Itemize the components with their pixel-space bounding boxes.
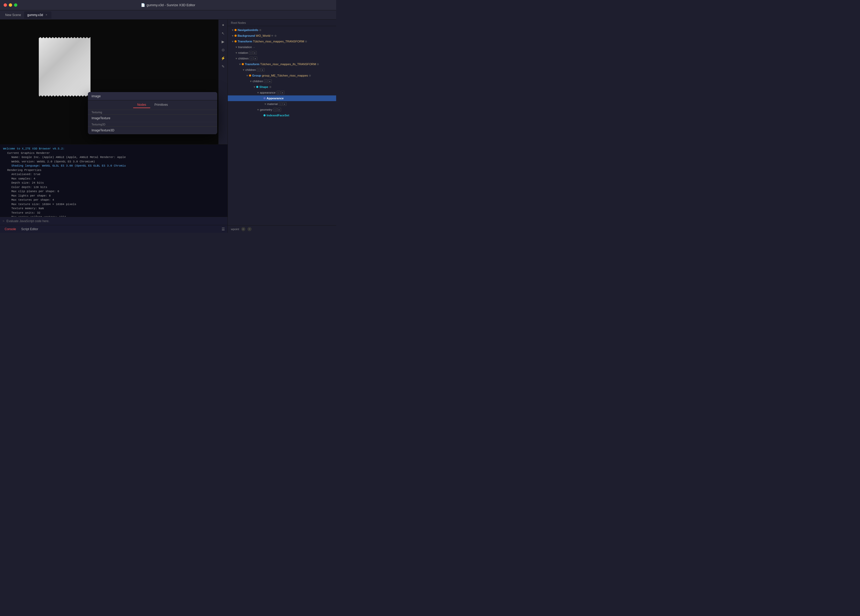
children2-tool-2[interactable]: ▸ — [261, 68, 265, 72]
node-keyword-transform-inner: Transform — [245, 63, 259, 66]
arrow-material — [264, 103, 267, 105]
close-button[interactable] — [4, 3, 7, 7]
console-input[interactable] — [6, 219, 225, 223]
side-toolbar: ✦ ↖ ▶ ⊙ ⚡ ✎ — [218, 20, 228, 144]
tab-console[interactable]: Console — [3, 227, 18, 231]
tree-item-shape[interactable]: Shape ⚙ — [228, 84, 336, 90]
tab-script-editor[interactable]: Script Editor — [19, 227, 40, 231]
node-keyword-appearance: Appearance — [267, 97, 284, 100]
wpoint-icon[interactable]: ⊙ — [241, 227, 245, 231]
minimize-button[interactable] — [9, 3, 12, 7]
tree-item-children-1[interactable]: children □ ▸ — [228, 56, 336, 61]
tree-item-transform-inner[interactable]: Transform Tütchen_rissc_mappes_ifs_TRANS… — [228, 61, 336, 67]
play-tool[interactable]: ▶ — [220, 38, 226, 45]
appearance-tool-2[interactable]: ▸ — [281, 91, 284, 94]
image-picker-dialog: image Nodes Primitives Texturing ImageTe… — [88, 92, 217, 134]
node-name-background: WO_World — [255, 34, 270, 37]
node-keyword-transform-top: Transform — [238, 40, 252, 43]
window-title: 📄 gummy.x3d - Sunrize X3D Editor — [141, 3, 195, 7]
node-keyword-background: Background — [238, 34, 255, 37]
cursor-tool[interactable]: ↖ — [220, 30, 226, 37]
children1-tool-2[interactable]: ▸ — [254, 57, 257, 60]
tab-new-scene[interactable]: New Scene — [2, 11, 24, 19]
popup-item-imagetexture3d[interactable]: ImageTexture3D — [88, 127, 217, 134]
tree-item-navigationinfo[interactable]: NavigationInfo ⚙ — [228, 27, 336, 33]
dot-background — [234, 35, 237, 37]
tab-close-button[interactable]: × — [45, 13, 49, 17]
tab-gummy[interactable]: gummy.x3d × — [24, 11, 51, 19]
arrow-transform-inner — [238, 63, 242, 66]
tree-item-material[interactable]: material □ ▸ — [228, 101, 336, 107]
camera-tool[interactable]: ⊙ — [220, 47, 226, 53]
tree-item-children-2[interactable]: children □ ▸ — [228, 67, 336, 73]
tab-gummy-label: gummy.x3d — [27, 13, 43, 17]
console-line: Current Graphics Renderer — [3, 151, 224, 156]
material-tool-1[interactable]: □ — [279, 102, 282, 106]
geometry-tool-2[interactable]: ▸ — [278, 108, 281, 112]
rotation-tool-1[interactable]: □ — [249, 51, 253, 55]
tree-item-transform-top[interactable]: Transform Tütchen_rissc_mappes_TRANSFORM… — [228, 39, 336, 44]
gear-icon-transform-inner: ⚙ — [317, 63, 319, 66]
children3-tool-1[interactable]: □ — [264, 79, 268, 83]
arrow-translation — [234, 46, 238, 49]
tree-item-background[interactable]: Background WO_World 👁 ⚙ — [228, 33, 336, 39]
rotation-tool-2[interactable]: ▸ — [253, 51, 257, 55]
children1-tool-1[interactable]: □ — [250, 57, 253, 60]
gear-icon-group: ⚙ — [309, 74, 311, 77]
console-line: Max texture size: 16384 × 16384 pixels — [3, 202, 224, 207]
tab-bar: New Scene gummy.x3d × — [0, 10, 336, 20]
console-prompt: > — [3, 219, 5, 223]
edit-tool[interactable]: ✎ — [220, 63, 226, 70]
maximize-button[interactable] — [14, 3, 17, 7]
node-keyword-group: Group — [252, 74, 261, 77]
arrow-background — [231, 35, 234, 37]
console-line: Max clip planes per shape: 6 — [3, 189, 224, 194]
viewport: ✦ ↖ ▶ ⊙ ⚡ ✎ image Nodes Primitives Textu… — [0, 20, 228, 233]
tree-item-indexedfaceset[interactable]: IndexedFaceSet — [228, 113, 336, 118]
tree-item-appearance-node[interactable]: Appearance — [228, 96, 336, 101]
material-tool-2[interactable]: ▸ — [283, 102, 287, 106]
popup-item-imagetexture[interactable]: ImageTexture — [88, 115, 217, 122]
popup-tab-primitives[interactable]: Primitives — [150, 102, 172, 108]
console-line: Color depth: 128 bits — [3, 185, 224, 190]
node-keyword-shape: Shape — [259, 85, 268, 88]
node-name-group: group_ME_Tütchen_rissc_mappes — [261, 74, 308, 77]
node-label-translation: translation — [238, 46, 252, 49]
popup-title: image — [91, 94, 100, 98]
node-label-geometry: geometry — [260, 108, 272, 111]
canvas[interactable]: ✦ ↖ ▶ ⊙ ⚡ ✎ image Nodes Primitives Textu… — [0, 20, 228, 144]
gear-icon-shape: ⚙ — [269, 86, 271, 88]
node-label-material: material — [267, 102, 278, 105]
gear-icon: ⚙ — [259, 29, 261, 31]
console-line: Texture memory: NaN — [3, 206, 224, 211]
geometry-tool-1[interactable]: □ — [273, 108, 277, 112]
bottom-tab-bar: Console Script Editor ☰ — [0, 225, 228, 233]
tree-item-rotation[interactable]: rotation □ ▸ — [228, 50, 336, 56]
arrow-group — [245, 74, 249, 77]
titlebar: 📄 gummy.x3d - Sunrize X3D Editor — [0, 0, 336, 10]
packet-mesh — [39, 35, 91, 97]
tree-item-geometry-field[interactable]: geometry □ ▸ — [228, 107, 336, 113]
select-tool[interactable]: ✦ — [220, 22, 226, 28]
window-controls — [4, 3, 17, 7]
wpoint-add-icon[interactable]: + — [248, 227, 251, 231]
rotation-tools: □ ▸ — [249, 51, 257, 55]
children2-tool-1[interactable]: □ — [257, 68, 261, 72]
tab-new-scene-label: New Scene — [5, 13, 21, 17]
dot-group — [249, 74, 251, 77]
popup-tab-nodes[interactable]: Nodes — [133, 102, 151, 108]
tree-item-appearance-field[interactable]: appearance □ ▸ — [228, 90, 336, 96]
light-tool[interactable]: ⚡ — [220, 55, 226, 61]
tree-item-children-3[interactable]: children □ ▸ — [228, 79, 336, 84]
node-keyword-navigationinfo: NavigationInfo — [238, 28, 258, 31]
appearance-tool-1[interactable]: □ — [277, 91, 280, 94]
hamburger-icon[interactable]: ☰ — [221, 227, 225, 231]
children3-tool-2[interactable]: ▸ — [268, 79, 272, 83]
3d-object — [39, 35, 91, 97]
tree-item-translation[interactable]: translation → — [228, 44, 336, 50]
material-tools: □ ▸ — [279, 102, 287, 106]
tree-item-group[interactable]: Group group_ME_Tütchen_rissc_mappes ⚙ — [228, 73, 336, 79]
arrow-transform-top — [231, 40, 234, 43]
appearance-tools: □ ▸ — [277, 91, 284, 94]
console-line: Max lights per shape: 8 — [3, 194, 224, 198]
